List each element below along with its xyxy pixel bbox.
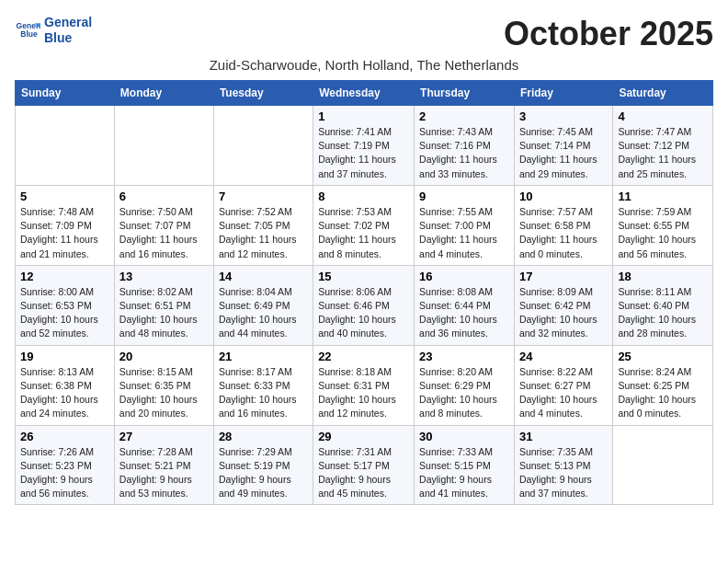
day-info: Sunrise: 7:53 AM Sunset: 7:02 PM Dayligh… [318,205,409,261]
calendar-cell: 24Sunrise: 8:22 AM Sunset: 6:27 PM Dayli… [514,345,612,425]
calendar-cell [114,106,213,186]
calendar-cell: 19Sunrise: 8:13 AM Sunset: 6:38 PM Dayli… [16,345,115,425]
day-info: Sunrise: 7:57 AM Sunset: 6:58 PM Dayligh… [519,205,608,261]
calendar-table: SundayMondayTuesdayWednesdayThursdayFrid… [15,80,713,505]
day-info: Sunrise: 8:20 AM Sunset: 6:29 PM Dayligh… [419,365,509,421]
header: General Blue General Blue October 2025 [15,15,713,53]
calendar-week-row: 19Sunrise: 8:13 AM Sunset: 6:38 PM Dayli… [16,345,713,425]
day-info: Sunrise: 8:15 AM Sunset: 6:35 PM Dayligh… [119,365,209,421]
calendar-cell: 9Sunrise: 7:55 AM Sunset: 7:00 PM Daylig… [415,185,515,265]
day-info: Sunrise: 7:50 AM Sunset: 7:07 PM Dayligh… [119,205,209,261]
calendar-cell: 30Sunrise: 7:33 AM Sunset: 5:15 PM Dayli… [415,425,515,505]
day-info: Sunrise: 8:08 AM Sunset: 6:44 PM Dayligh… [419,285,509,341]
day-number: 31 [519,430,608,443]
day-number: 26 [20,430,109,443]
day-number: 8 [318,190,409,203]
day-info: Sunrise: 7:35 AM Sunset: 5:13 PM Dayligh… [519,445,608,501]
weekday-header-row: SundayMondayTuesdayWednesdayThursdayFrid… [16,81,713,106]
calendar-cell: 14Sunrise: 8:04 AM Sunset: 6:49 PM Dayli… [213,265,313,345]
day-number: 22 [318,350,409,363]
day-info: Sunrise: 8:00 AM Sunset: 6:53 PM Dayligh… [20,285,109,341]
logo-line2: Blue [44,30,92,46]
day-info: Sunrise: 8:22 AM Sunset: 6:27 PM Dayligh… [519,365,608,421]
day-number: 15 [318,270,409,283]
day-number: 5 [20,190,109,203]
day-number: 6 [119,190,209,203]
day-number: 16 [419,270,509,283]
calendar-cell: 18Sunrise: 8:11 AM Sunset: 6:40 PM Dayli… [613,265,713,345]
weekday-header: Thursday [415,81,515,106]
day-number: 30 [419,430,509,443]
calendar-week-row: 5Sunrise: 7:48 AM Sunset: 7:09 PM Daylig… [16,185,713,265]
calendar-week-row: 1Sunrise: 7:41 AM Sunset: 7:19 PM Daylig… [16,106,713,186]
day-number: 18 [618,270,708,283]
calendar-cell: 17Sunrise: 8:09 AM Sunset: 6:42 PM Dayli… [514,265,612,345]
day-info: Sunrise: 7:47 AM Sunset: 7:12 PM Dayligh… [618,125,708,181]
day-number: 14 [219,270,308,283]
svg-text:Blue: Blue [20,29,38,39]
day-number: 20 [119,350,209,363]
day-info: Sunrise: 7:48 AM Sunset: 7:09 PM Dayligh… [20,205,109,261]
day-info: Sunrise: 8:04 AM Sunset: 6:49 PM Dayligh… [219,285,308,341]
day-info: Sunrise: 7:55 AM Sunset: 7:00 PM Dayligh… [419,205,509,261]
day-number: 4 [618,109,708,123]
day-info: Sunrise: 8:11 AM Sunset: 6:40 PM Dayligh… [618,285,708,341]
calendar-cell: 22Sunrise: 8:18 AM Sunset: 6:31 PM Dayli… [313,345,415,425]
calendar-cell: 3Sunrise: 7:45 AM Sunset: 7:14 PM Daylig… [514,106,612,186]
calendar-cell: 21Sunrise: 8:17 AM Sunset: 6:33 PM Dayli… [213,345,313,425]
day-number: 13 [119,270,209,283]
calendar-cell: 2Sunrise: 7:43 AM Sunset: 7:16 PM Daylig… [415,106,515,186]
calendar-cell: 26Sunrise: 7:26 AM Sunset: 5:23 PM Dayli… [16,425,115,505]
calendar-cell: 4Sunrise: 7:47 AM Sunset: 7:12 PM Daylig… [613,106,713,186]
weekday-header: Wednesday [313,81,415,106]
day-number: 1 [318,109,409,123]
day-info: Sunrise: 7:59 AM Sunset: 6:55 PM Dayligh… [618,205,708,261]
day-number: 27 [119,430,209,443]
subtitle: Zuid-Scharwoude, North Holland, The Neth… [15,57,713,73]
weekday-header: Saturday [613,81,713,106]
calendar-cell: 16Sunrise: 8:08 AM Sunset: 6:44 PM Dayli… [415,265,515,345]
calendar-cell: 23Sunrise: 8:20 AM Sunset: 6:29 PM Dayli… [415,345,515,425]
calendar-week-row: 12Sunrise: 8:00 AM Sunset: 6:53 PM Dayli… [16,265,713,345]
calendar-cell: 29Sunrise: 7:31 AM Sunset: 5:17 PM Dayli… [313,425,415,505]
calendar-cell [213,106,313,186]
day-info: Sunrise: 7:31 AM Sunset: 5:17 PM Dayligh… [318,445,409,501]
day-info: Sunrise: 8:02 AM Sunset: 6:51 PM Dayligh… [119,285,209,341]
day-number: 2 [419,109,509,123]
weekday-header: Sunday [16,81,115,106]
calendar-cell: 10Sunrise: 7:57 AM Sunset: 6:58 PM Dayli… [514,185,612,265]
calendar-cell: 27Sunrise: 7:28 AM Sunset: 5:21 PM Dayli… [114,425,213,505]
calendar-cell: 8Sunrise: 7:53 AM Sunset: 7:02 PM Daylig… [313,185,415,265]
logo-line1: General [44,15,92,30]
calendar-cell: 12Sunrise: 8:00 AM Sunset: 6:53 PM Dayli… [16,265,115,345]
logo: General Blue General Blue [15,15,92,46]
day-info: Sunrise: 7:28 AM Sunset: 5:21 PM Dayligh… [119,445,209,501]
day-number: 23 [419,350,509,363]
calendar-cell: 1Sunrise: 7:41 AM Sunset: 7:19 PM Daylig… [313,106,415,186]
weekday-header: Friday [514,81,612,106]
day-info: Sunrise: 7:43 AM Sunset: 7:16 PM Dayligh… [419,125,509,181]
weekday-header: Tuesday [213,81,313,106]
weekday-header: Monday [114,81,213,106]
day-info: Sunrise: 8:06 AM Sunset: 6:46 PM Dayligh… [318,285,409,341]
day-info: Sunrise: 8:24 AM Sunset: 6:25 PM Dayligh… [618,365,708,421]
calendar-cell [16,106,115,186]
calendar-cell: 31Sunrise: 7:35 AM Sunset: 5:13 PM Dayli… [514,425,612,505]
day-number: 21 [219,350,308,363]
calendar-cell: 25Sunrise: 8:24 AM Sunset: 6:25 PM Dayli… [613,345,713,425]
day-info: Sunrise: 7:41 AM Sunset: 7:19 PM Dayligh… [318,125,409,181]
day-number: 10 [519,190,608,203]
day-info: Sunrise: 8:09 AM Sunset: 6:42 PM Dayligh… [519,285,608,341]
calendar-cell: 20Sunrise: 8:15 AM Sunset: 6:35 PM Dayli… [114,345,213,425]
day-number: 24 [519,350,608,363]
svg-text:General: General [17,20,40,29]
day-number: 11 [618,190,708,203]
calendar-cell [613,425,713,505]
day-info: Sunrise: 7:52 AM Sunset: 7:05 PM Dayligh… [219,205,308,261]
calendar-week-row: 26Sunrise: 7:26 AM Sunset: 5:23 PM Dayli… [16,425,713,505]
day-number: 7 [219,190,308,203]
day-number: 12 [20,270,109,283]
calendar-cell: 7Sunrise: 7:52 AM Sunset: 7:05 PM Daylig… [213,185,313,265]
calendar-cell: 15Sunrise: 8:06 AM Sunset: 6:46 PM Dayli… [313,265,415,345]
day-info: Sunrise: 7:29 AM Sunset: 5:19 PM Dayligh… [219,445,308,501]
